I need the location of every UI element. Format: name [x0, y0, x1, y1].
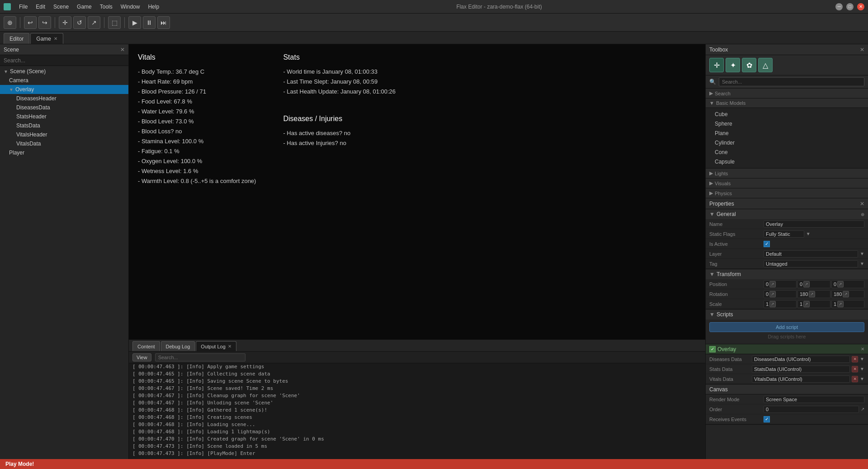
- console-tab-content[interactable]: Content: [132, 341, 160, 351]
- canvas-section-header[interactable]: Canvas: [706, 385, 868, 394]
- tree-item[interactable]: StatsData: [0, 121, 128, 130]
- pos-z-btn[interactable]: ↗: [837, 281, 844, 287]
- scripts-section-header[interactable]: ▼ Scripts: [706, 310, 868, 319]
- tree-item[interactable]: VitalsData: [0, 139, 128, 148]
- toolbar-local-btn[interactable]: ⬚: [108, 16, 121, 29]
- console-search-input[interactable]: [155, 353, 245, 361]
- overlay-section-header[interactable]: ✓ Overlay ✕: [706, 344, 868, 354]
- toolbox-icon-light[interactable]: ✦: [726, 58, 740, 72]
- properties-close-icon[interactable]: ✕: [860, 201, 864, 207]
- menu-edit[interactable]: Edit: [32, 3, 49, 11]
- scale-z-btn[interactable]: ↗: [837, 301, 844, 307]
- prop-receives-events-checkbox[interactable]: ✓: [764, 416, 770, 422]
- toolbox-search-input[interactable]: [719, 77, 864, 86]
- prop-diseases-data-value[interactable]: DiseasesData (UIControl): [752, 356, 850, 363]
- vitals-data-delete-btn[interactable]: ✕: [852, 376, 858, 382]
- tree-item[interactable]: Player: [0, 148, 128, 157]
- console-view-button[interactable]: View: [132, 353, 151, 361]
- toolbar-file-btn[interactable]: ⊕: [4, 16, 16, 29]
- overlay-close-icon[interactable]: ✕: [861, 347, 864, 352]
- shape-cube[interactable]: Cube: [709, 110, 864, 119]
- menu-window[interactable]: Window: [117, 3, 144, 11]
- toolbar-scale-btn[interactable]: ↗: [88, 16, 100, 29]
- tab-game-close[interactable]: ✕: [54, 36, 57, 41]
- rot-y-btn[interactable]: ↗: [809, 291, 815, 297]
- prop-rotation-z[interactable]: 180 ↗: [831, 290, 864, 298]
- viewport[interactable]: Vitals - Body Temp.: 36.7 deg C- Heart R…: [129, 44, 705, 339]
- scene-search-input[interactable]: [0, 55, 128, 66]
- shape-cone[interactable]: Cone: [709, 148, 864, 157]
- prop-scale-y[interactable]: 1 ↗: [797, 300, 830, 308]
- prop-rotation-y[interactable]: 180 ↗: [797, 290, 830, 298]
- rot-x-btn[interactable]: ↗: [769, 291, 776, 297]
- close-button[interactable]: ✕: [857, 3, 864, 10]
- prop-layer-value[interactable]: Default: [764, 250, 858, 258]
- prop-stats-data-value[interactable]: StatsData (UIControl): [752, 366, 850, 373]
- stats-data-delete-btn[interactable]: ✕: [852, 366, 858, 372]
- prop-rotation-x[interactable]: 0 ↗: [764, 290, 797, 298]
- toolbox-section-physics[interactable]: ▶ Physics: [706, 188, 868, 198]
- toolbox-icon-terrain[interactable]: △: [758, 58, 773, 72]
- prop-is-active-checkbox[interactable]: ✓: [764, 241, 770, 247]
- menu-scene[interactable]: Scene: [50, 3, 72, 11]
- prop-position-y[interactable]: 0 ↗: [797, 280, 830, 288]
- shape-plane[interactable]: Plane: [709, 129, 864, 138]
- tree-item[interactable]: ▼Scene (Scene): [0, 67, 128, 76]
- shape-capsule[interactable]: Capsule: [709, 157, 864, 166]
- pos-y-btn[interactable]: ↗: [803, 281, 810, 287]
- toolbox-section-search[interactable]: ▶ Search: [706, 89, 868, 98]
- tree-item[interactable]: DiseasesHeader: [0, 94, 128, 103]
- tree-item[interactable]: DiseasesData: [0, 103, 128, 112]
- scale-x-btn[interactable]: ↗: [769, 301, 776, 307]
- console-tab-output-close[interactable]: ✕: [228, 344, 231, 349]
- tab-game[interactable]: Game ✕: [30, 33, 63, 44]
- shape-sphere[interactable]: Sphere: [709, 119, 864, 128]
- maximize-button[interactable]: □: [846, 3, 854, 10]
- scale-y-btn[interactable]: ↗: [803, 301, 810, 307]
- console-tab-output[interactable]: Output Log ✕: [196, 341, 236, 351]
- toolbar-undo-btn[interactable]: ↩: [24, 16, 37, 29]
- toolbox-section-lights[interactable]: ▶ Lights: [706, 169, 868, 178]
- shape-cylinder[interactable]: Cylinder: [709, 138, 864, 147]
- prop-vitals-data-value[interactable]: VitalsData (UIControl): [752, 375, 850, 383]
- prop-scale-z[interactable]: 1 ↗: [831, 300, 864, 308]
- transform-section-header[interactable]: ▼ Transform: [706, 269, 868, 279]
- prop-position-z[interactable]: 0 ↗: [831, 280, 864, 288]
- prop-tag-value[interactable]: Untagged: [764, 260, 858, 267]
- toolbox-section-visuals[interactable]: ▶ Visuals: [706, 178, 868, 188]
- prop-name-value[interactable]: Overlay: [764, 220, 864, 228]
- minimize-button[interactable]: ─: [835, 3, 843, 10]
- menu-help[interactable]: Help: [144, 3, 163, 11]
- menu-tools[interactable]: Tools: [96, 3, 116, 11]
- toolbar-play-btn[interactable]: ▶: [128, 16, 141, 29]
- overlay-enabled-checkbox[interactable]: ✓: [709, 346, 716, 352]
- tree-item[interactable]: VitalsHeader: [0, 130, 128, 139]
- tab-editor[interactable]: Editor: [4, 33, 29, 44]
- toolbar-rotate-btn[interactable]: ↺: [73, 16, 86, 29]
- diseases-data-delete-btn[interactable]: ✕: [852, 356, 858, 362]
- toolbox-close-icon[interactable]: ✕: [860, 47, 864, 53]
- scene-close-icon[interactable]: ✕: [120, 47, 125, 53]
- prop-order-value[interactable]: 0: [764, 406, 859, 413]
- general-section-header[interactable]: ▼ General ⊕: [706, 209, 868, 219]
- tree-item[interactable]: Camera: [0, 76, 128, 85]
- toolbox-icon-add[interactable]: ✛: [709, 58, 724, 72]
- add-script-button[interactable]: Add script: [709, 322, 864, 332]
- rot-z-btn[interactable]: ↗: [843, 291, 849, 297]
- toolbar-step-btn[interactable]: ⏭: [157, 16, 170, 29]
- prop-scale-x[interactable]: 1 ↗: [764, 300, 797, 308]
- tree-item[interactable]: ▼Overlay: [0, 85, 128, 94]
- menu-file[interactable]: File: [15, 3, 31, 11]
- toolbar-redo-btn[interactable]: ↪: [38, 16, 51, 29]
- prop-static-flags-value[interactable]: Fully Static: [764, 230, 804, 238]
- toolbar-translate-btn[interactable]: ✛: [59, 16, 71, 29]
- console-output[interactable]: [ 00:00:30.200 ]: [Info] Loading scene..…: [129, 363, 705, 459]
- toolbox-section-basic-models[interactable]: ▼ Basic Models: [706, 98, 868, 108]
- pos-x-btn[interactable]: ↗: [769, 281, 776, 287]
- prop-position-x[interactable]: 0 ↗: [764, 280, 797, 288]
- tree-item[interactable]: StatsHeader: [0, 112, 128, 121]
- menu-game[interactable]: Game: [73, 3, 95, 11]
- toolbox-icon-tree[interactable]: ✿: [742, 58, 756, 72]
- toolbar-pause-btn[interactable]: ⏸: [143, 16, 156, 29]
- console-tab-debug[interactable]: Debug Log: [161, 341, 195, 351]
